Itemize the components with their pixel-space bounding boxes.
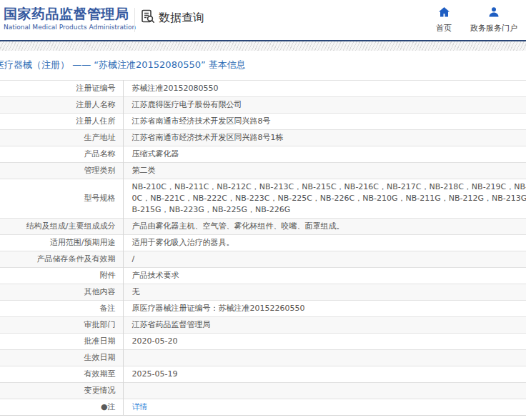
header-divider [134, 8, 135, 32]
table-row: 结构及组成/主要组成成分产品由雾化器主机、空气管、雾化杯组件、咬嘴、面罩组成。 [0, 219, 526, 235]
page-title: 医疗器械（注册） —— “苏械注准20152080550” 基本信息 [0, 59, 526, 71]
nmpa-logo[interactable]: 国家药品监督管理局 National Medical Products Admi… [4, 5, 136, 31]
row-value: 产品技术要求 [123, 268, 526, 284]
table-row: 注册人名称江苏鹿得医疗电子股份有限公司 [0, 97, 526, 114]
data-query-label: 数据查询 [159, 11, 204, 26]
row-label: 附件 [0, 268, 123, 284]
table-row: 备注原医疗器械注册证编号：苏械注准20152260550 [0, 301, 526, 317]
row-value: 江苏省南通市经济技术开发区同兴路8号 [123, 114, 526, 130]
table-row: 产品名称压缩式雾化器 [0, 146, 526, 163]
row-label: ●注 [0, 399, 123, 416]
row-value: 无 [123, 284, 526, 301]
row-label: 注册人名称 [0, 97, 123, 114]
row-label: 变更情况 [0, 383, 123, 399]
table-row: 适用范围/预期用途适用于雾化吸入治疗的器具。 [0, 235, 526, 251]
row-value: 江苏省南通市经济技术开发区同兴路8号1栋 [123, 130, 526, 146]
top-header: 国家药品监督管理局 National Medical Products Admi… [0, 0, 526, 40]
logo-subtitle: National Medical Products Administration [4, 24, 136, 31]
nav-item-label: 政务服务门户 [470, 23, 517, 34]
row-label: 注册人住所 [0, 114, 123, 130]
row-value: 原医疗器械注册证编号：苏械注准20152260550 [123, 301, 526, 317]
row-value: 压缩式雾化器 [123, 146, 526, 163]
row-label: 审批部门 [0, 317, 123, 334]
row-value: 江苏省药品监督管理局 [123, 317, 526, 334]
row-value: 苏械注准20152080550 [123, 81, 526, 97]
row-value [123, 383, 526, 399]
row-label: 备注 [0, 301, 123, 317]
table-row: 注册证编号苏械注准20152080550 [0, 81, 526, 97]
row-value: NB-210C，NB-211C，NB-212C，NB-213C，NB-215C，… [123, 179, 526, 219]
row-value: 产品由雾化器主机、空气管、雾化杯组件、咬嘴、面罩组成。 [123, 219, 526, 235]
row-label: 产品名称 [0, 146, 123, 163]
table-row: 附件产品技术要求 [0, 268, 526, 284]
row-label: 注册证编号 [0, 81, 123, 97]
table-row: 注册人住所江苏省南通市经济技术开发区同兴路8号 [0, 114, 526, 130]
row-value [123, 350, 526, 366]
home-icon [438, 6, 450, 21]
row-label: 适用范围/预期用途 [0, 235, 123, 251]
row-value: 江苏鹿得医疗电子股份有限公司 [123, 97, 526, 114]
user-icon [488, 6, 500, 21]
row-value: 详情 [123, 399, 526, 416]
table-row: 生效日期 [0, 350, 526, 366]
table-row: 生产地址江苏省南通市经济技术开发区同兴路8号1栋 [0, 130, 526, 146]
nav-item-gov-portal[interactable]: 政务服务门户 [470, 6, 517, 34]
table-row: 管理类别第二类 [0, 163, 526, 179]
nav-item-label: 首页 [436, 23, 452, 34]
details-link[interactable]: 详情 [132, 402, 148, 411]
row-label: 结构及组成/主要组成成分 [0, 219, 123, 235]
table-row: ●注详情 [0, 399, 526, 416]
row-value: 2020-05-20 [123, 334, 526, 350]
table-row: 型号规格NB-210C，NB-211C，NB-212C，NB-213C，NB-2… [0, 179, 526, 219]
row-label: 其他内容 [0, 284, 123, 301]
table-row: 变更情况 [0, 383, 526, 399]
striped-band [0, 41, 526, 51]
registration-info-table: 注册证编号苏械注准20152080550注册人名称江苏鹿得医疗电子股份有限公司注… [0, 80, 526, 416]
row-label: 型号规格 [0, 179, 123, 219]
row-value: 适用于雾化吸入治疗的器具。 [123, 235, 526, 251]
row-value: 2025-05-19 [123, 366, 526, 383]
table-row: 有效期至2025-05-19 [0, 366, 526, 383]
top-nav: 首页 政务服务门户 [436, 6, 517, 34]
row-label: 生效日期 [0, 350, 123, 366]
nav-item-home[interactable]: 首页 [436, 6, 452, 34]
table-row: 产品储存条件及有效期/ [0, 251, 526, 268]
table-row: 其他内容无 [0, 284, 526, 301]
row-value: 第二类 [123, 163, 526, 179]
doc-search-icon [141, 9, 155, 26]
table-row: 批准日期2020-05-20 [0, 334, 526, 350]
row-label: 有效期至 [0, 366, 123, 383]
row-label: 生产地址 [0, 130, 123, 146]
table-row: 审批部门江苏省药品监督管理局 [0, 317, 526, 334]
logo-title: 国家药品监督管理局 [4, 5, 136, 22]
row-label: 管理类别 [0, 163, 123, 179]
row-label: 批准日期 [0, 334, 123, 350]
row-value: / [123, 251, 526, 268]
row-label: 产品储存条件及有效期 [0, 251, 123, 268]
data-query-section[interactable]: 数据查询 [141, 9, 204, 26]
